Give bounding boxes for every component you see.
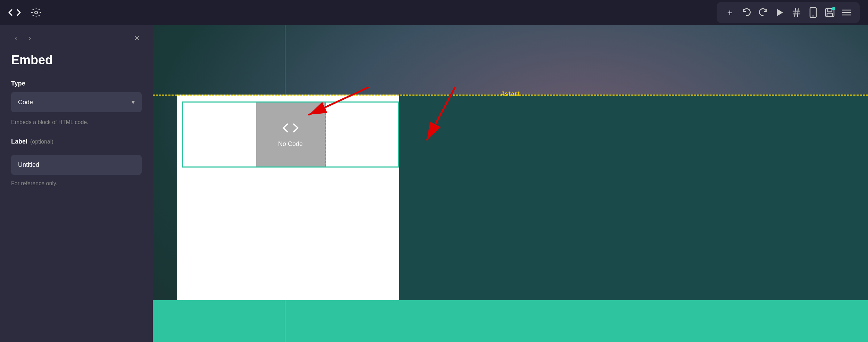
canvas-dark-panel <box>399 95 868 300</box>
toolbar: + <box>717 2 860 23</box>
forward-arrow[interactable]: › <box>25 33 35 43</box>
teal-dot <box>832 7 835 10</box>
top-bar: + <box>0 0 868 25</box>
vertical-guide-line <box>285 25 285 342</box>
code-icon[interactable] <box>8 8 21 17</box>
svg-rect-9 <box>828 8 832 12</box>
undo-button[interactable] <box>740 6 753 19</box>
hash-button[interactable] <box>790 6 803 19</box>
svg-point-0 <box>35 11 37 14</box>
sidebar-nav: ‹ › ✕ <box>11 33 142 43</box>
top-bar-left <box>8 7 42 18</box>
label-row: Label (optional) <box>11 138 142 150</box>
settings-icon[interactable] <box>31 7 42 18</box>
svg-marker-1 <box>777 9 783 16</box>
add-button[interactable]: + <box>723 6 737 19</box>
svg-line-3 <box>798 9 798 16</box>
svg-rect-10 <box>827 13 833 16</box>
close-button[interactable]: ✕ <box>132 33 142 43</box>
embed-block-inner: No Code <box>256 103 326 166</box>
start-label: #start <box>501 90 520 98</box>
label-input[interactable] <box>11 155 142 175</box>
optional-text: (optional) <box>30 139 53 145</box>
sidebar-title: Embed <box>11 53 142 67</box>
svg-line-2 <box>795 9 795 16</box>
save-button[interactable] <box>823 6 837 19</box>
for-reference-text: For reference only. <box>11 180 142 187</box>
type-label: Type <box>11 80 142 87</box>
dropdown-chevron: ▾ <box>132 98 135 106</box>
main-layout: ‹ › ✕ Embed Type Code ▾ Embeds a block o… <box>0 25 868 342</box>
back-arrow[interactable]: ‹ <box>11 33 21 43</box>
type-dropdown[interactable]: Code ▾ <box>11 92 142 112</box>
canvas-bottom-teal <box>153 300 868 342</box>
mobile-button[interactable] <box>806 6 820 19</box>
code-block-icon <box>282 121 299 138</box>
no-code-label: No Code <box>278 140 303 148</box>
sidebar: ‹ › ✕ Embed Type Code ▾ Embeds a block o… <box>0 25 153 342</box>
canvas-area: #start No Code <box>153 25 868 342</box>
embed-block[interactable]: No Code <box>182 101 399 168</box>
label-field-title: Label <box>11 138 27 145</box>
menu-button[interactable] <box>840 6 853 19</box>
play-button[interactable] <box>773 6 787 19</box>
embed-description: Embeds a block of HTML code. <box>11 119 142 125</box>
redo-button[interactable] <box>756 6 770 19</box>
